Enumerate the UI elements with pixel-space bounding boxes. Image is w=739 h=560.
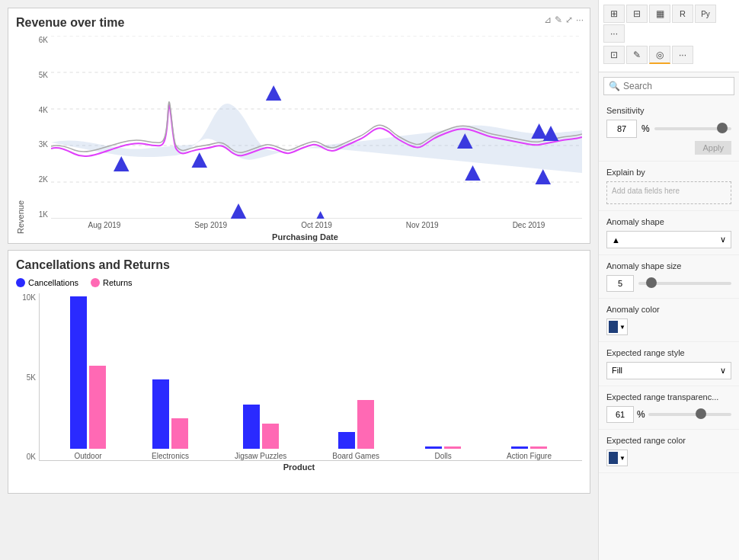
explain-by-placeholder: Add data fields here bbox=[612, 187, 680, 195]
line-chart-svg bbox=[51, 36, 582, 219]
toolbar-btn-matrix[interactable]: ⊟ bbox=[626, 5, 648, 23]
anomaly-color-section: Anomaly color ▼ bbox=[599, 299, 739, 342]
bar-label-actionfigure: Action Figure bbox=[507, 452, 552, 460]
toolbar-btn-r[interactable]: R bbox=[672, 5, 693, 23]
expected-range-transparency-slider[interactable] bbox=[648, 413, 731, 416]
anomaly-color-swatch bbox=[609, 321, 618, 333]
anomaly-color-picker[interactable]: ▼ bbox=[606, 318, 628, 335]
anomaly-up-4 bbox=[536, 169, 552, 184]
search-icon: 🔍 bbox=[609, 81, 620, 91]
explain-by-section: Explain by Add data fields here bbox=[599, 162, 739, 211]
bar-actionfigure-cancellations bbox=[511, 446, 528, 449]
bar-boardgames-returns bbox=[357, 400, 374, 449]
search-bar: 🔍 bbox=[603, 77, 734, 95]
x-label-nov: Nov 2019 bbox=[406, 221, 439, 229]
toolbar-btn-table[interactable]: ⊞ bbox=[603, 5, 625, 23]
bar-label-jigsaw: Jigsaw Puzzles bbox=[235, 452, 286, 460]
expected-range-style-section: Expected range style Fill ∨ bbox=[599, 342, 739, 386]
legend-dot-cancellations bbox=[16, 278, 25, 287]
toolbar-btn-analytics[interactable]: ◎ bbox=[649, 46, 670, 64]
bar-jigsaw-returns bbox=[262, 424, 279, 449]
legend-cancellations: Cancellations bbox=[16, 278, 78, 287]
apply-button[interactable]: Apply bbox=[695, 141, 731, 155]
y-tick-4k: 4K bbox=[39, 106, 48, 114]
anomaly-shape-select[interactable]: ▲ ∨ bbox=[606, 231, 731, 248]
x-label-oct: Oct 2019 bbox=[301, 221, 332, 229]
bar-group-actionfigure: Action Figure bbox=[507, 446, 552, 460]
bar-boardgames-cancellations bbox=[338, 432, 355, 449]
toolbar-btn-format[interactable]: ✎ bbox=[626, 46, 648, 64]
filter-icon[interactable]: ⊿ bbox=[544, 14, 552, 25]
line-chart-panel: ⊿ ✎ ⤢ ··· Revenue over time Revenue 6K 5… bbox=[8, 8, 590, 244]
anomaly-shape-value: ▲ bbox=[612, 235, 620, 245]
anomaly-shape-chevron: ∨ bbox=[720, 235, 726, 245]
toolbar: ⊞ ⊟ ▦ R Py ··· ⊡ ✎ ◎ ··· bbox=[599, 0, 739, 72]
bar-chart-area: 10K 5K 0K Outdoor bbox=[16, 293, 582, 461]
expected-range-style-label: Expected range style bbox=[606, 348, 731, 357]
sensitivity-label: Sensitivity bbox=[606, 106, 731, 115]
explain-by-box[interactable]: Add data fields here bbox=[606, 181, 731, 204]
expected-range-transparency-row: % bbox=[606, 406, 731, 423]
expand-icon[interactable]: ⤢ bbox=[565, 14, 573, 25]
sensitivity-slider[interactable] bbox=[654, 127, 731, 130]
search-input[interactable] bbox=[623, 81, 737, 91]
explain-by-label: Explain by bbox=[606, 168, 731, 177]
anomaly-down-5 bbox=[531, 123, 547, 139]
expected-range-transparency-label: Expected range transparenc... bbox=[606, 392, 731, 402]
toolbar-btn-more2[interactable]: ··· bbox=[672, 46, 693, 64]
toolbar-btn-more1[interactable]: ··· bbox=[603, 24, 625, 43]
x-axis-label: Purchasing Date bbox=[28, 232, 582, 242]
bar-label-boardgames: Board Games bbox=[332, 452, 379, 460]
sensitivity-thumb[interactable] bbox=[717, 123, 728, 133]
y-tick-5k: 5K bbox=[39, 71, 48, 79]
sensitivity-input[interactable] bbox=[606, 120, 637, 138]
anomaly-size-input[interactable] bbox=[606, 275, 634, 292]
bar-label-dolls: Dolls bbox=[434, 452, 451, 460]
expected-range-color-label: Expected range color bbox=[606, 436, 731, 445]
anomaly-up-1 bbox=[231, 203, 247, 219]
sensitivity-section: Sensitivity % Apply bbox=[599, 100, 739, 162]
bar-group-outdoor: Outdoor bbox=[70, 296, 106, 460]
anomaly-up-2 bbox=[312, 211, 328, 219]
toolbar-row-1: ⊞ ⊟ ▦ R Py ··· bbox=[603, 5, 734, 43]
expected-range-style-select[interactable]: Fill ∨ bbox=[606, 362, 731, 379]
legend-label-cancellations: Cancellations bbox=[28, 278, 78, 287]
expected-range-color-section: Expected range color ▼ bbox=[599, 430, 739, 473]
expected-range-transparency-section: Expected range transparenc... % bbox=[599, 386, 739, 430]
chart-icon-group: ⊿ ✎ ⤢ ··· bbox=[544, 14, 584, 25]
x-label-aug: Aug 2019 bbox=[88, 221, 121, 229]
bar-electronics-cancellations bbox=[152, 379, 169, 449]
toolbar-row-2: ⊡ ✎ ◎ ··· bbox=[603, 46, 734, 64]
y-tick-6k: 6K bbox=[39, 36, 48, 44]
x-label-sep: Sep 2019 bbox=[194, 221, 227, 229]
toolbar-btn-card[interactable]: ▦ bbox=[649, 5, 670, 23]
bar-chart-inner: Outdoor Electronics Jigsaw Puz bbox=[39, 293, 582, 461]
toolbar-btn-py[interactable]: Py bbox=[695, 5, 716, 23]
bar-y-axis: 10K 5K 0K bbox=[16, 293, 39, 461]
y-tick-2k: 2K bbox=[39, 175, 48, 184]
bar-outdoor-returns bbox=[89, 366, 106, 449]
anomaly-size-row bbox=[606, 275, 731, 292]
bar-group-electronics: Electronics bbox=[152, 379, 189, 460]
main-content: ⊿ ✎ ⤢ ··· Revenue over time Revenue 6K 5… bbox=[0, 0, 598, 560]
x-label-dec: Dec 2019 bbox=[513, 221, 545, 229]
right-panel: ⊞ ⊟ ▦ R Py ··· ⊡ ✎ ◎ ··· 🔍 Sensitivity %… bbox=[598, 0, 739, 560]
bar-group-boardgames: Board Games bbox=[332, 400, 379, 460]
bar-label-outdoor: Outdoor bbox=[74, 452, 101, 460]
toolbar-btn-grid[interactable]: ⊡ bbox=[603, 46, 625, 64]
expected-range-transparency-thumb[interactable] bbox=[696, 408, 706, 419]
y-tick-1k: 1K bbox=[39, 210, 48, 219]
sensitivity-row: % bbox=[606, 120, 731, 138]
more-icon[interactable]: ··· bbox=[576, 14, 584, 25]
bar-y-5k: 5K bbox=[27, 373, 36, 382]
bar-label-electronics: Electronics bbox=[152, 452, 189, 460]
bar-jigsaw-cancellations bbox=[243, 405, 260, 449]
edit-icon[interactable]: ✎ bbox=[555, 14, 562, 25]
expected-range-color-arrow: ▼ bbox=[619, 455, 625, 462]
anomaly-size-thumb[interactable] bbox=[646, 277, 657, 288]
anomaly-size-slider[interactable] bbox=[638, 282, 731, 285]
expected-range-transparency-input[interactable] bbox=[606, 406, 634, 423]
legend: Cancellations Returns bbox=[16, 278, 582, 287]
expected-range-color-picker[interactable]: ▼ bbox=[606, 450, 628, 466]
anomaly-size-label: Anomaly shape size bbox=[606, 261, 731, 270]
